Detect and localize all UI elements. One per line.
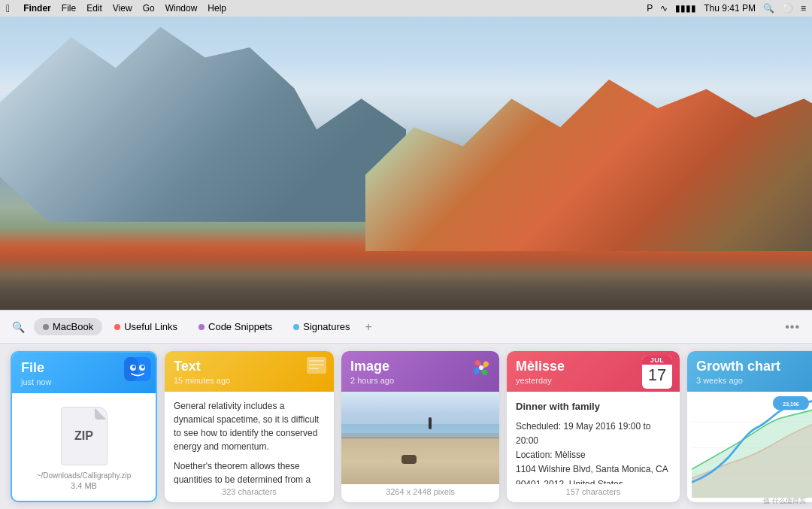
menubar-go[interactable]: Go xyxy=(143,3,155,14)
card-text-subtitle: 15 minutes ago xyxy=(174,376,230,385)
tab-signatures-label: Signatures xyxy=(303,321,350,332)
cal-month: JUL xyxy=(642,356,672,365)
tab-signatures[interactable]: Signatures xyxy=(284,318,359,335)
beach-scene xyxy=(341,392,499,484)
menubar-edit[interactable]: Edit xyxy=(86,3,102,14)
tab-code-snippets-label: Code Snippets xyxy=(208,321,272,332)
tab-search-icon[interactable]: 🔍 xyxy=(12,321,25,333)
event-address: 1104 Wilshire Blvd, Santa Monica, CA 904… xyxy=(516,462,671,484)
card-text-footer: 323 characters xyxy=(165,484,334,502)
card-text-title: Text xyxy=(174,359,230,375)
card-file-title: File xyxy=(21,360,51,377)
shelf-area: 🔍 MacBook Useful Links Code Snippets Sig… xyxy=(0,310,812,509)
tab-dot-signatures xyxy=(293,324,299,330)
menubar-file[interactable]: File xyxy=(62,3,76,14)
beach-figure xyxy=(429,417,432,429)
card-growth-subtitle: 3 weeks ago xyxy=(696,376,780,385)
card-file-header: File just now xyxy=(12,353,156,393)
menubar-p-icon: P xyxy=(647,3,653,14)
file-size: 3.4 MB xyxy=(71,481,97,490)
card-growth-title: Growth chart xyxy=(696,359,780,375)
watermark: 值 什么值得买 xyxy=(763,496,806,506)
beach-shoes xyxy=(401,455,417,464)
menubar-time: Thu 9:41 PM xyxy=(704,3,756,14)
tab-code-snippets[interactable]: Code Snippets xyxy=(189,318,281,335)
card-melisse-subtitle: yesterday xyxy=(516,376,565,385)
card-file-subtitle: just now xyxy=(21,377,51,386)
finder-icon xyxy=(124,357,151,387)
tab-dot-macbook xyxy=(43,324,49,330)
calendar-icon: JUL 17 xyxy=(642,356,672,389)
zip-icon: ZIP xyxy=(58,404,111,468)
event-location: Location: Mèlisse xyxy=(516,448,671,462)
svg-point-5 xyxy=(141,365,144,368)
tab-more-button[interactable]: ••• xyxy=(785,320,800,334)
tab-dot-code-snippets xyxy=(198,324,205,330)
desktop: 🔍 MacBook Useful Links Code Snippets Sig… xyxy=(0,17,812,509)
file-path: ~/Downloads/Calligraphy.zip xyxy=(37,471,132,480)
menubar-help[interactable]: Help xyxy=(208,3,226,14)
text-paragraph-1: General relativity includes a dynamical … xyxy=(174,399,325,453)
menubar-window[interactable]: Window xyxy=(165,3,198,14)
menubar-list-icon[interactable]: ≡ xyxy=(801,3,806,14)
card-image-subtitle: 2 hours ago xyxy=(350,376,394,385)
svg-point-4 xyxy=(132,365,135,368)
card-growth-body: 23,196 xyxy=(687,392,812,502)
card-image-header: Image 2 hours ago xyxy=(341,351,499,392)
tab-add-button[interactable]: + xyxy=(362,320,374,334)
event-details: Scheduled: 19 May 2016 19:00 to 20:00 xyxy=(516,420,671,448)
photos-icon xyxy=(469,356,493,385)
beach-sand xyxy=(341,438,499,485)
card-melisse-footer: 157 characters xyxy=(507,484,680,502)
beach-water xyxy=(341,424,499,438)
zip-label: ZIP xyxy=(74,429,93,443)
cal-day: 17 xyxy=(642,365,672,386)
card-image-title: Image xyxy=(350,359,394,375)
card-text[interactable]: Text 15 minutes ago General relativity i… xyxy=(165,351,334,502)
svg-point-10 xyxy=(479,365,483,370)
menubar-battery-icon: ▮▮▮▮ xyxy=(675,3,696,14)
tab-bar: 🔍 MacBook Useful Links Code Snippets Sig… xyxy=(0,311,812,344)
menubar-left:  Finder File Edit View Go Window Help xyxy=(6,2,226,14)
menubar:  Finder File Edit View Go Window Help P… xyxy=(0,0,812,17)
card-image-body xyxy=(341,392,499,484)
text-icon xyxy=(305,357,328,381)
card-melisse-body: Dinner with family Scheduled: 19 May 201… xyxy=(507,392,680,484)
card-growth-header: Growth chart 3 weeks ago xyxy=(687,351,812,392)
card-image-footer: 3264 x 2448 pixels xyxy=(341,484,499,502)
menubar-search-icon[interactable]: 🔍 xyxy=(763,3,774,14)
card-melisse[interactable]: Mèlisse yesterday JUL 17 Dinner with fam… xyxy=(507,351,680,502)
tab-macbook-label: MacBook xyxy=(53,321,93,332)
event-title: Dinner with family xyxy=(516,399,671,415)
tab-useful-links-label: Useful Links xyxy=(124,321,177,332)
tab-macbook[interactable]: MacBook xyxy=(34,318,102,335)
menubar-view[interactable]: View xyxy=(113,3,132,14)
card-file-body: ZIP ~/Downloads/Calligraphy.zip 3.4 MB xyxy=(12,393,156,501)
card-text-body: General relativity includes a dynamical … xyxy=(165,392,334,484)
card-text-header: Text 15 minutes ago xyxy=(165,351,334,392)
menubar-wifi-icon: ∿ xyxy=(660,3,668,14)
text-paragraph-2: Noether's theorem allows these quantitie… xyxy=(174,459,325,484)
apple-logo[interactable]:  xyxy=(6,2,10,14)
menubar-app-name[interactable]: Finder xyxy=(23,3,51,14)
card-file[interactable]: File just now xyxy=(11,351,157,502)
tab-useful-links[interactable]: Useful Links xyxy=(105,318,186,335)
menubar-right: P ∿ ▮▮▮▮ Thu 9:41 PM 🔍 ⚪ ≡ xyxy=(647,3,806,14)
wallpaper xyxy=(0,17,812,310)
card-melisse-title: Mèlisse xyxy=(516,359,565,375)
menubar-siri-icon[interactable]: ⚪ xyxy=(782,3,793,14)
growth-chart-svg: 23,196 xyxy=(692,396,812,498)
cards-area: File just now xyxy=(0,344,812,509)
card-growth[interactable]: Growth chart 3 weeks ago xyxy=(687,351,812,502)
tab-dot-useful-links xyxy=(114,324,120,330)
svg-text:23,196: 23,196 xyxy=(783,400,798,408)
zip-paper: ZIP xyxy=(61,407,108,465)
card-melisse-header: Mèlisse yesterday JUL 17 xyxy=(507,351,680,392)
card-image[interactable]: Image 2 hours ago xyxy=(341,351,499,502)
